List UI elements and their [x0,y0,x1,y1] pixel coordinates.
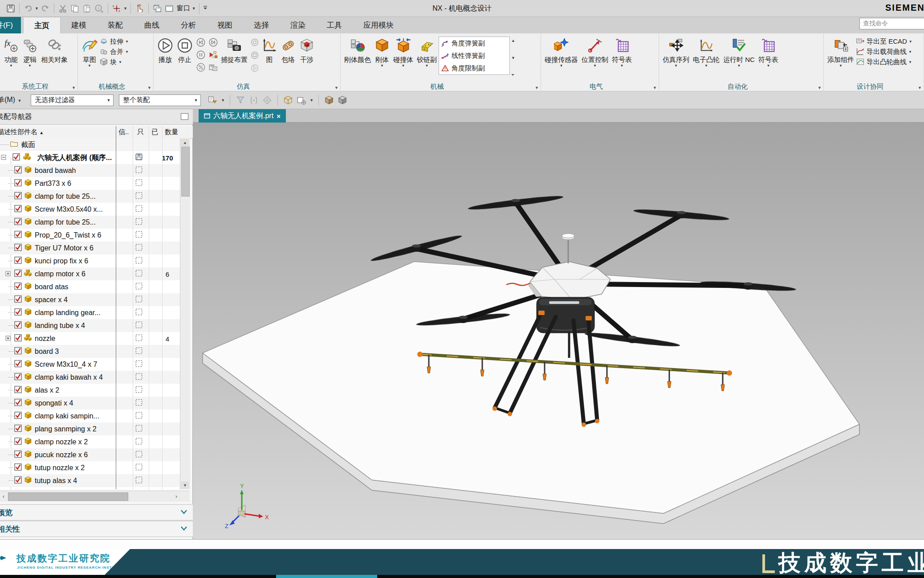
reference-set-icon[interactable] [135,399,142,408]
checkbox-checked[interactable] [14,334,22,343]
group-dialog-launcher-icon[interactable]: ▼ [72,86,76,90]
ribbon-button-草图[interactable]: 草图▼ [80,35,99,68]
window-menu[interactable]: 窗口 [177,4,190,12]
cut-button[interactable] [57,2,69,14]
reference-set-icon[interactable] [135,218,142,227]
scrollbar-thumb[interactable] [181,147,190,197]
save-button[interactable] [4,2,16,14]
ribbon-button-导出至 ECAD[interactable]: 导出至 ECAD▼ [856,37,912,46]
table-row[interactable]: landing tube x 4 [0,319,180,332]
viewport-3d-scene[interactable]: Y X Z [193,123,924,539]
scroll-down-icon[interactable]: ▼ [181,481,189,489]
undo-dropdown[interactable]: ▼ [35,6,39,11]
tab-装配[interactable]: 装配 [97,17,134,33]
reference-set-icon[interactable] [135,386,142,395]
ribbon-button-添加组件[interactable]: 添加组件▼ [826,35,856,68]
table-row[interactable]: Prop_20_6_Twist x 6 [0,229,180,242]
ribbon-button-playsm[interactable] [250,64,259,74]
column-readonly[interactable]: 只 [137,128,144,136]
selection-list-button[interactable] [207,94,219,106]
checkbox-checked[interactable] [14,476,22,485]
table-row[interactable]: alas x 2 [0,384,180,397]
group-dialog-launcher-icon[interactable]: ▼ [334,86,338,90]
checkbox-checked[interactable] [14,205,22,214]
reference-set-icon[interactable] [135,257,142,266]
group-dialog-launcher-icon[interactable]: ▼ [918,86,922,90]
reference-set-icon[interactable] [135,463,142,472]
reference-set-icon[interactable] [135,166,142,175]
gallery-item-角度限制副[interactable]: 角度限制副 [439,62,509,74]
tab-工具[interactable]: 工具 [316,17,353,33]
reference-set-icon[interactable] [135,360,142,369]
reference-set-icon[interactable] [135,489,142,490]
ribbon-button-图[interactable]: 图 [260,35,279,64]
table-row[interactable]: 六轴无人机案例 (顺序...170 [0,151,180,164]
table-row[interactable]: clamp kaki sampin... [0,410,180,422]
group-dialog-launcher-icon[interactable]: ▼ [147,86,151,90]
scrollbar-thumb[interactable] [8,492,128,501]
reference-set-icon[interactable] [135,321,142,330]
table-row[interactable]: 截面 [0,138,180,151]
checkbox-checked[interactable] [14,295,22,304]
navigator-column-header[interactable]: 描述性部件名 ▲信..只已数量 [0,126,193,139]
close-tab-icon[interactable]: × [277,112,281,120]
scroll-up-icon[interactable]: ▲ [181,139,189,146]
bronze-cube-button[interactable] [323,94,335,106]
cascade-windows-button[interactable] [151,2,163,14]
ribbon-button-仿真序列[interactable]: 仿真序列▼ [661,35,691,68]
ribbon-button-刚体颜色[interactable]: 刚体颜色 [342,35,373,64]
checkbox-checked[interactable] [14,321,22,330]
table-row[interactable]: spongati x 4 [0,397,180,410]
reference-set-icon[interactable] [135,334,142,343]
touch-mode-button[interactable] [134,2,146,14]
ribbon-button-捕捉布置[interactable]: 捕捉布置 [219,35,249,64]
table-row[interactable]: clamp for tube 25... [0,216,180,229]
reference-set-icon[interactable] [135,425,142,434]
checkbox-checked[interactable] [14,347,22,356]
ribbon-button-功能[interactable]: fx功能▼ [2,35,20,68]
reference-set-icon[interactable] [135,308,142,317]
checkbox-checked[interactable] [14,450,22,459]
vertical-scrollbar[interactable]: ▲ ▼ [180,138,190,489]
ribbon-button-碰撞传感器[interactable]: 碰撞传感器▼ [543,35,580,68]
tab-视图[interactable]: 视图 [207,17,243,33]
redo-button[interactable] [39,2,51,14]
ribbon-button-刚体[interactable]: 刚体▼ [373,35,391,68]
checkbox-checked[interactable] [14,179,22,188]
checkbox-checked[interactable] [14,437,22,447]
column-modified[interactable]: 已 [151,128,158,136]
checkbox-checked[interactable] [14,489,22,489]
reference-set-icon[interactable] [135,270,142,279]
reference-set-icon[interactable] [135,476,142,485]
tab-分析[interactable]: 分析 [170,17,207,33]
reference-set-icon[interactable] [135,347,142,356]
ribbon-button-包络[interactable]: 包络 [279,35,297,64]
part-file-tab[interactable]: 六轴无人机案例.prt × [199,109,286,123]
table-row[interactable]: nozzle4 [0,332,180,345]
copy-button[interactable] [69,2,81,14]
checkbox-checked[interactable] [14,411,22,421]
ribbon-button-stopsq[interactable] [250,51,259,61]
checkbox-checked[interactable] [14,373,22,382]
checkbox-checked[interactable] [14,360,22,369]
gallery-down-icon[interactable]: ▼ [511,56,515,60]
checkbox-checked[interactable] [14,243,22,253]
tab-file[interactable]: 文件(F) [0,17,21,33]
wireframe-cube-button[interactable] [282,94,294,106]
tab-选择[interactable]: 选择 [243,17,280,33]
group-dialog-launcher-icon[interactable]: ▼ [535,86,539,90]
table-row[interactable]: tutup nozzle x 2 [0,461,180,474]
table-row[interactable]: Screw M3x0.5x40 x... [0,203,180,216]
table-row[interactable]: clamp landing gear... [0,306,180,319]
table-row[interactable]: clamp for tube 25... [0,190,180,203]
ribbon-button-铰链副[interactable]: 铰链副▼ [415,35,439,68]
select-range-button[interactable] [248,94,260,106]
column-info[interactable]: 信.. [118,128,129,136]
ribbon-button-skipf[interactable] [208,37,218,49]
scroll-left-icon[interactable]: ‹ [0,492,7,500]
reference-set-icon[interactable] [135,283,142,291]
checkbox-checked[interactable] [14,385,22,395]
tab-主页[interactable]: 主页 [23,17,61,33]
table-row[interactable]: clamp nozzle x 2 [0,435,180,448]
ribbon-button-位置控制[interactable]: 位置控制▼ [580,35,610,68]
